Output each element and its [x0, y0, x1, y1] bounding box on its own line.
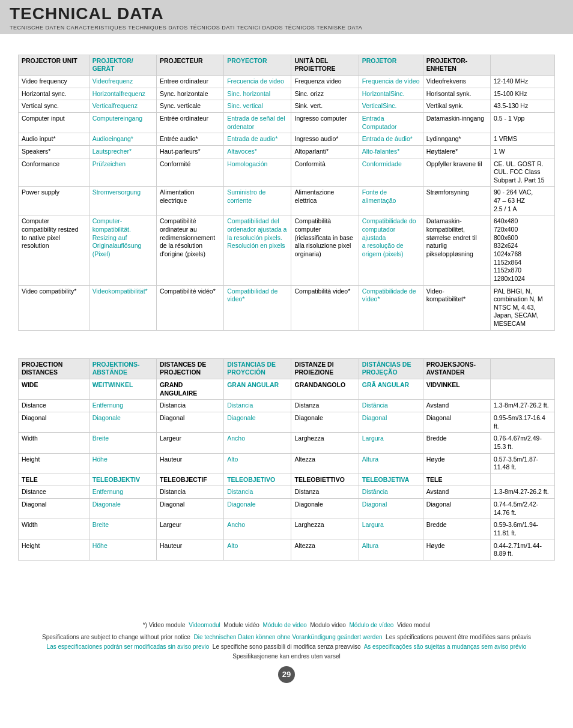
col-distanze: DISTANZE DIPROIEZIONE [291, 358, 359, 379]
col-distancias: DISTANCIAS DEPROYCCIÓN [224, 358, 291, 379]
projection-table: PROJECTIONDISTANCES PROJEKTIONS-ABSTÄNDE… [18, 358, 555, 561]
table-row: Horizontal sync. Horizontalfrequenz Sync… [19, 88, 555, 100]
col-values [490, 55, 554, 75]
disclaimer-line2: Las especificaciones podrán ser modifica… [18, 642, 555, 652]
table-row: Audio input* Audioeingang* Entrée audio*… [19, 133, 555, 146]
table-row: Width Breite Largeur Ancho Larghezza Lar… [19, 433, 555, 453]
wide-header-row: WIDE WEITWINKEL GRAND ANGULAIRE GRAN ANG… [19, 379, 555, 400]
disclaimer-line1: Spesifications are subject to change wit… [18, 633, 555, 642]
footnote-section: *) Video module Videomodul Module vidéo … [18, 621, 555, 661]
table-row: Video compatibility* Videokompatibilität… [19, 285, 555, 330]
table-row: Height Höhe Hauteur Alto Altezza Altura … [19, 540, 555, 560]
table-row: Power supply Stromversorgung Alimentatio… [19, 187, 555, 215]
col-proj-values [490, 358, 554, 379]
table-row: Computercompatibility resizedto native p… [19, 215, 555, 285]
table-row: Diagonal Diagonale Diagonal Diagonale Di… [19, 499, 555, 519]
projector-table: PROJECTOR UNIT PROJEKTOR/GERÄT PROJECTEU… [18, 55, 555, 331]
tele-header-row: TELE TELEOBJEKTIV TELEOBJECTIF TELEOBJET… [19, 474, 555, 486]
table-row: Conformance Prüfzeichen Conformité Homol… [19, 158, 555, 187]
col-unita: UNITÀ DEL PROIETTORE [291, 55, 359, 75]
page-number-circle: 29 [278, 666, 295, 683]
col-projection-distances: PROJECTIONDISTANCES [19, 358, 89, 379]
col-distancias-pt: DISTÁNCIAS DEPROJEÇÃO [359, 358, 423, 379]
table-row: Distance Entfernung Distancia Distancia … [19, 486, 555, 499]
header-bar: TECHNICAL DATA TECNISCHE DATEN CARACTERI… [0, 0, 573, 34]
table-row: Diagonal Diagonale Diagonal Diagonale Di… [19, 412, 555, 432]
col-projector-unit: PROJECTOR UNIT [19, 55, 89, 75]
page-title: TECHNICAL DATA [10, 5, 563, 23]
table-row: Distance Entfernung Distancia Distancia … [19, 400, 555, 412]
col-projektor: PROJEKTOR/GERÄT [89, 55, 156, 75]
col-projetor: PROJETOR [359, 55, 423, 75]
table-row: Computer input Computereingang Entrée or… [19, 113, 555, 133]
table-row: Vertical sync. Verticalfrequenz Sync. ve… [19, 100, 555, 113]
col-projektor-no: PROJEKTOR-ENHETEN [423, 55, 490, 75]
header-subtitle: TECNISCHE DATEN CARACTERISTIQUES TECHNIQ… [10, 25, 563, 31]
col-projecteur: PROJECTEUR [156, 55, 223, 75]
disclaimer-line3: Spesifikasjonene kan endres uten varsel [18, 652, 555, 661]
col-distances-de: DISTANCES DEPROJECTION [156, 358, 223, 379]
col-projeksjons: PROJEKSJONS-AVSTANDER [423, 358, 490, 379]
table-row: Height Höhe Hauteur Alto Altezza Altura … [19, 453, 555, 474]
table-row: Width Breite Largeur Ancho Larghezza Lar… [19, 519, 555, 540]
col-proyector: PROYECTOR [224, 55, 291, 75]
video-module-note: *) Video module Videomodul Module vidéo … [18, 621, 555, 630]
table-row: Video frequency Videofrequenz Entree ord… [19, 76, 555, 88]
table-row: Speakers* Lautsprecher* Haut-parleurs* A… [19, 145, 555, 158]
col-projektions-abst: PROJEKTIONS-ABSTÄNDE [89, 358, 156, 379]
